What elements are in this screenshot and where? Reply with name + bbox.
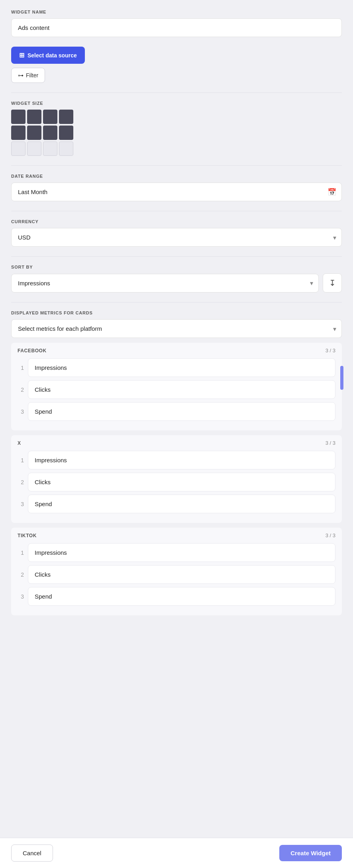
metrics-dropdown-wrapper: Select metrics for each platform ▾ [11, 319, 342, 338]
size-cell[interactable] [59, 141, 73, 156]
divider-3 [11, 211, 342, 211]
metric-item[interactable]: Spend [28, 495, 335, 513]
page-container: WIDGET NAME ⊞ Select data source ⊶ Filte… [0, 0, 353, 868]
metric-number: 1 [18, 550, 24, 556]
scroll-indicator [340, 366, 343, 390]
sort-by-select[interactable]: Impressions Clicks Spend [11, 274, 319, 293]
size-cell[interactable] [27, 141, 41, 156]
date-range-input[interactable] [11, 183, 342, 201]
metric-number: 1 [18, 365, 24, 371]
currency-select[interactable]: USD EUR GBP JPY [11, 228, 342, 247]
metric-row: 3Spend [18, 402, 335, 421]
size-cell[interactable] [27, 110, 41, 124]
select-data-source-label: Select data source [27, 52, 77, 59]
platform-header: TIKTOK3 / 3 [18, 532, 335, 538]
date-range-label: DATE RANGE [11, 174, 342, 179]
displayed-metrics-section: DISPLAYED METRICS FOR CARDS Select metri… [11, 310, 342, 615]
size-cell[interactable] [43, 110, 57, 124]
metric-row: 1Impressions [18, 451, 335, 469]
calendar-icon: 📅 [328, 188, 336, 196]
size-cell[interactable] [59, 110, 73, 124]
date-range-wrapper: 📅 [11, 183, 342, 201]
sort-row: Impressions Clicks Spend ▾ ↧ [11, 273, 342, 293]
metric-item[interactable]: Clicks [28, 565, 335, 584]
filter-label: Filter [26, 72, 38, 79]
metric-number: 2 [18, 479, 24, 485]
select-data-source-button[interactable]: ⊞ Select data source [11, 47, 85, 64]
sort-order-icon: ↧ [329, 278, 336, 288]
platform-block-tiktok: TIKTOK3 / 31Impressions2Clicks3Spend [11, 528, 342, 615]
create-widget-button[interactable]: Create Widget [279, 845, 342, 861]
platform-header: FACEBOOK3 / 3 [18, 348, 335, 353]
platform-block-x: X3 / 31Impressions2Clicks3Spend [11, 435, 342, 523]
filter-icon: ⊶ [18, 72, 24, 79]
divider-2 [11, 165, 342, 166]
metric-row: 2Clicks [18, 565, 335, 584]
filter-button[interactable]: ⊶ Filter [11, 68, 45, 83]
widget-name-section: WIDGET NAME [11, 10, 342, 37]
metric-number: 2 [18, 387, 24, 393]
platform-count: 3 / 3 [326, 532, 335, 538]
metric-row: 1Impressions [18, 543, 335, 562]
widget-name-label: WIDGET NAME [11, 10, 342, 14]
platform-count: 3 / 3 [326, 348, 335, 353]
metric-row: 2Clicks [18, 380, 335, 399]
widget-name-input[interactable] [11, 18, 342, 37]
metric-number: 2 [18, 571, 24, 578]
metric-item[interactable]: Clicks [28, 380, 335, 399]
metric-row: 1Impressions [18, 358, 335, 377]
date-range-section: DATE RANGE 📅 [11, 174, 342, 201]
cancel-button[interactable]: Cancel [11, 844, 53, 862]
metric-item[interactable]: Impressions [28, 358, 335, 377]
divider-5 [11, 302, 342, 302]
data-source-section: ⊞ Select data source ⊶ Filter [11, 47, 342, 83]
platform-count: 3 / 3 [326, 440, 335, 446]
metric-row: 2Clicks [18, 473, 335, 491]
metric-item[interactable]: Impressions [28, 543, 335, 562]
platform-block-facebook: FACEBOOK3 / 31Impressions2Clicks3Spend [11, 343, 342, 430]
size-cell[interactable] [59, 126, 73, 140]
size-cell[interactable] [43, 141, 57, 156]
currency-label: CURRENCY [11, 219, 342, 224]
platform-header: X3 / 3 [18, 440, 335, 446]
size-cell[interactable] [11, 141, 25, 156]
size-cell[interactable] [11, 110, 25, 124]
platforms-container: FACEBOOK3 / 31Impressions2Clicks3SpendX3… [11, 343, 342, 615]
divider-1 [11, 92, 342, 93]
widget-size-label: WIDGET SIZE [11, 101, 342, 106]
size-cell[interactable] [27, 126, 41, 140]
widget-size-section: WIDGET SIZE [11, 101, 342, 156]
size-cell[interactable] [43, 126, 57, 140]
divider-4 [11, 256, 342, 257]
platform-name: FACEBOOK [18, 348, 47, 353]
platform-tiktok: TIKTOK3 / 31Impressions2Clicks3Spend [11, 528, 342, 615]
metric-item[interactable]: Impressions [28, 451, 335, 469]
currency-section: CURRENCY USD EUR GBP JPY ▾ [11, 219, 342, 247]
platform-name: X [18, 440, 21, 446]
platform-facebook: FACEBOOK3 / 31Impressions2Clicks3Spend [11, 343, 342, 430]
datasource-icon: ⊞ [19, 51, 24, 59]
currency-wrapper: USD EUR GBP JPY ▾ [11, 228, 342, 247]
metric-number: 3 [18, 593, 24, 600]
widget-size-grid[interactable] [11, 110, 342, 156]
metric-number: 3 [18, 408, 24, 415]
sort-by-section: SORT BY Impressions Clicks Spend ▾ ↧ [11, 265, 342, 293]
metric-item[interactable]: Spend [28, 587, 335, 606]
platform-name: TIKTOK [18, 533, 37, 538]
sort-by-wrapper: Impressions Clicks Spend ▾ [11, 274, 319, 293]
size-cell[interactable] [11, 126, 25, 140]
platform-x: X3 / 31Impressions2Clicks3Spend [11, 435, 342, 523]
metric-item[interactable]: Clicks [28, 473, 335, 491]
metric-item[interactable]: Spend [28, 402, 335, 421]
metric-number: 3 [18, 501, 24, 507]
displayed-metrics-label: DISPLAYED METRICS FOR CARDS [11, 310, 342, 315]
main-content: WIDGET NAME ⊞ Select data source ⊶ Filte… [0, 0, 353, 868]
metrics-dropdown[interactable]: Select metrics for each platform [11, 319, 342, 338]
metric-row: 3Spend [18, 587, 335, 606]
metric-number: 1 [18, 457, 24, 463]
sort-by-label: SORT BY [11, 265, 342, 269]
metric-row: 3Spend [18, 495, 335, 513]
sort-order-button[interactable]: ↧ [323, 273, 342, 293]
footer: Cancel Create Widget [0, 838, 353, 868]
